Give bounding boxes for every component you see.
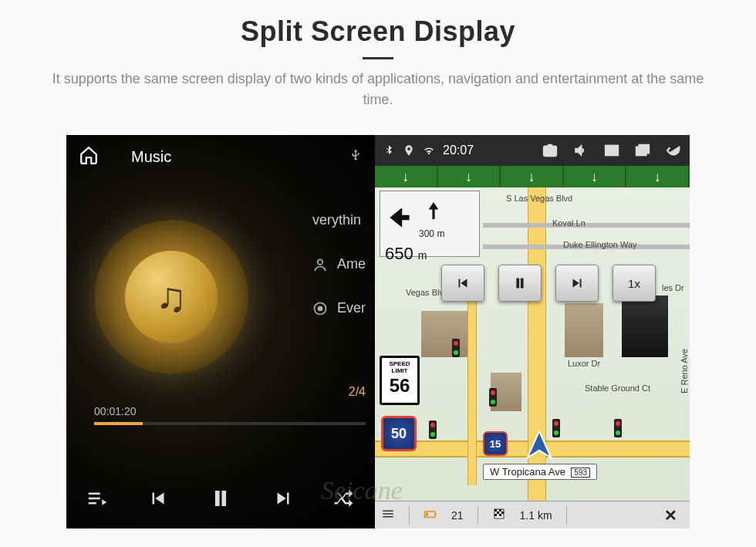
bluetooth-icon <box>383 144 395 157</box>
sim-next-button[interactable] <box>555 265 599 302</box>
page-subtitle: It supports the same screen display of t… <box>39 69 717 110</box>
next-button[interactable] <box>272 487 295 513</box>
map-canvas[interactable]: S Las Vegas Blvd Koval Ln Duke Ellington… <box>375 187 690 501</box>
street-label: les Dr <box>662 283 684 292</box>
traffic-light-icon <box>452 339 460 357</box>
artist-row: Ame <box>312 256 366 272</box>
battery-percent: 21 <box>451 509 464 522</box>
nav-pane: 20:07 ↓ ↓ ↓ ↓ ↓ <box>375 135 690 528</box>
lane-arrow-icon: ↓ <box>501 166 564 187</box>
shuffle-button[interactable] <box>332 487 356 513</box>
album-art: ♫ <box>94 220 248 374</box>
current-road-label: W Tropicana Ave 593 <box>483 464 597 480</box>
street-label: Stable Ground Ct <box>585 383 650 393</box>
recent-apps-button[interactable] <box>634 142 651 159</box>
lane-guidance: ↓ ↓ ↓ ↓ ↓ <box>375 166 690 187</box>
progress-fill <box>94 422 143 425</box>
page-title: Split Screen Display <box>31 15 725 48</box>
turn-left-icon <box>385 203 414 232</box>
svg-rect-9 <box>435 513 437 515</box>
building <box>565 303 603 357</box>
playlist-button[interactable] <box>86 487 109 513</box>
traffic-light-icon <box>489 388 497 407</box>
vehicle-marker <box>521 428 557 467</box>
route-shield: 50 <box>381 416 417 451</box>
repeat-icon <box>312 301 328 316</box>
title-divider <box>363 57 393 59</box>
nav-bottom-strip: 21 1.1 km ✕ <box>375 501 690 528</box>
nav-close-button[interactable]: ✕ <box>658 506 683 525</box>
lane-arrow-icon: ↓ <box>375 166 438 187</box>
svg-point-2 <box>318 306 322 310</box>
lane-arrow-icon: ↓ <box>564 166 627 187</box>
battery-indicator <box>424 507 437 523</box>
menu-button[interactable] <box>381 507 395 523</box>
sim-speed-button[interactable]: 1x <box>613 265 656 302</box>
track-counter: 2/4 <box>349 385 366 399</box>
street-label: E Reno Ave <box>680 349 689 393</box>
music-topbar: Music <box>66 135 375 178</box>
music-controls <box>66 485 375 515</box>
artist-name: Ame <box>337 256 366 272</box>
prev-button[interactable] <box>147 487 170 513</box>
repeat-label: Ever <box>337 300 366 316</box>
music-note-icon: ♫ <box>156 273 187 321</box>
repeat-row[interactable]: Ever <box>312 300 366 316</box>
screenshot-button[interactable] <box>542 142 559 159</box>
sim-media-controls: 1x <box>441 265 656 302</box>
lane-arrow-icon: ↓ <box>438 166 501 187</box>
back-button[interactable] <box>665 142 682 159</box>
music-tab-label[interactable]: Music <box>131 148 171 166</box>
turn-distance: 650 m <box>385 244 474 264</box>
building <box>421 311 467 357</box>
sim-pause-button[interactable] <box>498 265 542 302</box>
close-split-button[interactable] <box>603 142 620 159</box>
traffic-light-icon <box>614 419 622 437</box>
volume-button[interactable] <box>572 142 589 159</box>
road <box>467 280 477 485</box>
svg-rect-8 <box>426 513 428 517</box>
speed-limit-sign: SPEED LIMIT 56 <box>380 356 420 405</box>
remaining-distance: 1.1 km <box>520 509 552 522</box>
interstate-shield: 15 <box>483 431 508 456</box>
location-icon <box>403 144 415 157</box>
progress-area: 2/4 00:01:20 <box>94 405 366 425</box>
svg-point-0 <box>318 259 323 265</box>
wifi-icon <box>423 144 435 157</box>
usb-icon[interactable] <box>349 148 363 165</box>
elapsed-time: 00:01:20 <box>94 405 366 417</box>
turn-card: 300 m 650 m <box>380 191 480 257</box>
status-strip: 20:07 <box>375 135 690 166</box>
sim-prev-button[interactable] <box>441 265 484 302</box>
device-frame: Music ♫ verythin Ame Ever 2/4 <box>66 135 690 528</box>
track-title: verythin <box>312 212 361 228</box>
road <box>483 223 690 228</box>
street-label: Koval Ln <box>552 218 586 228</box>
progress-bar[interactable] <box>94 422 366 425</box>
street-label: S Las Vegas Blvd <box>506 194 572 203</box>
street-label: Luxor Dr <box>568 359 600 368</box>
street-label: Duke Ellington Way <box>563 240 637 249</box>
track-title-row: verythin <box>312 212 366 228</box>
destination-icon <box>492 507 506 523</box>
lane-arrow-icon: ↓ <box>626 166 690 187</box>
pause-button[interactable] <box>208 485 234 515</box>
svg-point-4 <box>547 148 552 154</box>
home-icon[interactable] <box>79 145 99 168</box>
person-icon <box>312 257 328 272</box>
clock: 20:07 <box>443 144 474 157</box>
traffic-light-icon <box>429 420 437 439</box>
straight-icon <box>419 196 448 225</box>
building <box>622 295 668 357</box>
music-pane: Music ♫ verythin Ame Ever 2/4 <box>66 135 375 528</box>
